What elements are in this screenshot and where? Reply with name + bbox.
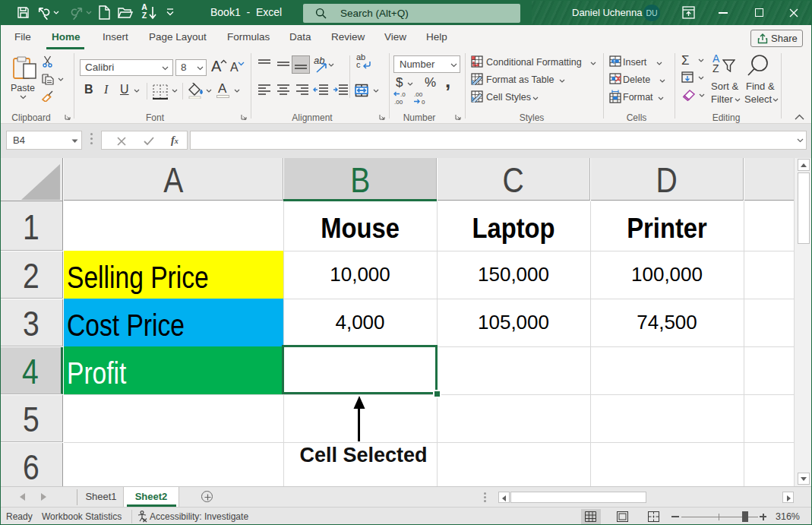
svg-text:.00: .00 [394, 99, 403, 106]
svg-text:0: 0 [422, 99, 425, 106]
svg-text:.00: .00 [414, 91, 423, 98]
svg-text:.0: .0 [400, 91, 406, 98]
